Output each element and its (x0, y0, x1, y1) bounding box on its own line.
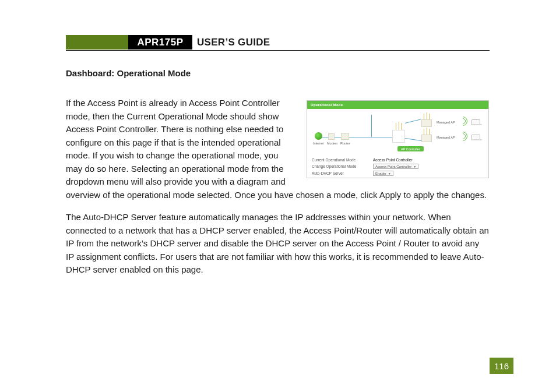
label-managed-ap-2: Managed AP (437, 136, 455, 139)
network-diagram: Internet Modem Router Managed AP Managed… (307, 109, 488, 156)
ap-controller-button[interactable]: AP Controller (397, 146, 424, 151)
ap-controller-icon (392, 130, 405, 143)
label-modem: Modem (327, 142, 337, 145)
screenshot-title: Operational Mode (311, 103, 343, 107)
operational-mode-screenshot: Operational Mode (307, 100, 489, 178)
header-title: USER’S GUIDE (192, 35, 270, 50)
field-current-label: Current Operational Mode (312, 158, 373, 162)
label-internet: Internet (313, 142, 324, 145)
wifi-icon (460, 118, 468, 124)
header-model: APR175P (128, 35, 192, 50)
managed-ap-2-icon (421, 135, 432, 142)
internet-icon (315, 132, 322, 140)
header-accent (66, 35, 128, 50)
body-para-1b: overview of the operational mode selecte… (66, 189, 490, 202)
page-number-badge: 116 (490, 358, 513, 374)
field-change-label: Change Operational Mode (312, 164, 373, 168)
doc-header: APR175P USER’S GUIDE (66, 35, 490, 51)
screenshot-titlebar: Operational Mode (307, 101, 488, 109)
wifi-icon (460, 133, 468, 139)
header-rule (66, 50, 490, 51)
auto-dhcp-select[interactable]: Enable▼ (373, 171, 393, 176)
label-managed-ap-1: Managed AP (437, 121, 455, 124)
body-para-1a: If the Access Point is already in Access… (66, 97, 294, 189)
label-router: Router (340, 142, 350, 145)
body-para-2: The Auto-DHCP Server feature automatical… (66, 211, 490, 277)
laptop-icon (471, 135, 480, 140)
modem-icon (328, 133, 335, 140)
chevron-down-icon: ▼ (413, 165, 416, 168)
router-icon (341, 133, 349, 140)
field-current-value: Access Point Controller (373, 158, 484, 162)
section-heading: Dashboard: Operational Mode (66, 68, 191, 78)
managed-ap-1-icon (421, 119, 432, 127)
chevron-down-icon: ▼ (388, 172, 391, 175)
field-auto-label: Auto-DHCP Server (312, 171, 373, 175)
laptop-icon (471, 119, 480, 125)
change-mode-select[interactable]: Access Point Controller▼ (373, 164, 418, 169)
